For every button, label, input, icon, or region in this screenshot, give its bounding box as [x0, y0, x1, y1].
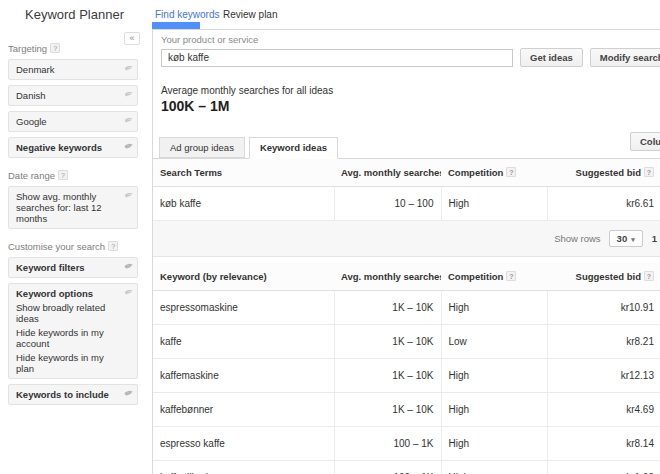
keyword-filters-card[interactable]: Keyword filters ✎	[8, 257, 138, 278]
avg-searches-cell: 1K – 10K	[334, 393, 441, 427]
help-icon[interactable]: ?	[50, 43, 60, 53]
keyword-filters-label: Keyword filters	[16, 262, 85, 273]
avg-searches-label: Average monthly searches for all ideas	[161, 85, 660, 96]
pagination-info: 1	[652, 233, 657, 244]
col-header-competition: Competition?	[441, 159, 547, 187]
help-icon[interactable]: ?	[58, 170, 68, 180]
edit-pencil-icon[interactable]: ✎	[123, 140, 135, 151]
keyword-option-item: Show broadly related ideas	[16, 302, 121, 324]
competition-cell: High	[441, 291, 547, 325]
targeting-language-card[interactable]: Danish ✎	[8, 85, 138, 106]
edit-pencil-icon[interactable]: ✎	[123, 88, 135, 99]
keyword-option-item: Hide keywords in my plan	[16, 352, 121, 374]
help-icon[interactable]: ?	[108, 241, 118, 251]
edit-pencil-icon[interactable]: ✎	[123, 286, 135, 297]
date-range-label-text: Date range	[8, 170, 55, 181]
avg-searches-cell: 1K – 10K	[334, 359, 441, 393]
edit-pencil-icon[interactable]: ✎	[123, 189, 135, 200]
suggested-bid-cell: kr4.69	[547, 393, 660, 427]
competition-cell: High	[441, 393, 547, 427]
suggested-bid-cell: kr12.13	[547, 359, 660, 393]
edit-pencil-icon[interactable]: ✎	[123, 260, 135, 271]
tab-keyword-ideas[interactable]: Keyword ideas	[249, 137, 338, 159]
keyword-option-item: Hide keywords in my account	[16, 327, 121, 349]
modify-search-button[interactable]: Modify search	[590, 48, 660, 67]
help-icon[interactable]: ?	[506, 271, 516, 281]
search-row: Get ideas Modify search	[161, 48, 660, 67]
keyword-cell: kaffebønner	[153, 393, 334, 427]
edit-pencil-icon[interactable]: ✎	[123, 114, 135, 125]
help-icon[interactable]: ?	[644, 167, 654, 177]
negative-keywords-card[interactable]: Negative keywords ✎	[8, 137, 138, 158]
targeting-language-value: Danish	[16, 90, 46, 101]
col-header-competition: Competition?	[441, 263, 547, 291]
avg-searches-cell: 1K – 10K	[334, 291, 441, 325]
table-row: køb kaffe10 – 100Highkr6.61	[153, 187, 660, 221]
avg-searches-cell: 10 – 100	[334, 187, 441, 221]
suggested-bid-cell: kr8.21	[547, 325, 660, 359]
help-icon[interactable]: ?	[506, 167, 516, 177]
targeting-network-value: Google	[16, 116, 47, 127]
help-icon[interactable]: ?	[644, 271, 654, 281]
idea-tabs-strip: Ad group ideas Keyword ideas Columns	[153, 128, 660, 159]
targeting-location-card[interactable]: Denmark ✎	[8, 59, 138, 80]
tab-find-keywords[interactable]: Find keywords	[155, 9, 219, 20]
targeting-network-card[interactable]: Google ✎	[8, 111, 138, 132]
sidebar: « Targeting? Denmark ✎ Danish ✎ Google ✎…	[0, 29, 152, 474]
app-title: Keyword Planner	[25, 7, 124, 22]
col-header-text: Competition	[448, 167, 503, 178]
competition-cell: Low	[441, 325, 547, 359]
suggested-bid-cell: kr1.69	[547, 461, 660, 474]
col-header-suggested-bid: Suggested bid?	[547, 263, 660, 291]
customise-label-text: Customise your search	[8, 241, 105, 252]
date-range-section-label: Date range?	[8, 170, 138, 181]
show-rows-dropdown[interactable]: 30▾	[609, 230, 643, 247]
keyword-cell: espresso kaffe	[153, 427, 334, 461]
tab-ad-group-ideas[interactable]: Ad group ideas	[159, 137, 245, 158]
edit-pencil-icon[interactable]: ✎	[123, 62, 135, 73]
edit-pencil-icon[interactable]: ✎	[123, 387, 135, 398]
targeting-label-text: Targeting	[8, 43, 47, 54]
date-range-card[interactable]: Show avg. monthly searches for: last 12 …	[8, 186, 138, 229]
keyword-options-card[interactable]: Keyword options Show broadly related ide…	[8, 283, 138, 379]
tab-review-plan[interactable]: Review plan	[223, 9, 277, 20]
suggested-bid-cell: kr10.91	[547, 291, 660, 325]
col-header-text: Suggested bid	[576, 271, 641, 282]
keyword-options-title: Keyword options	[16, 288, 121, 299]
avg-searches-cell: 100 – 1K	[334, 461, 441, 474]
product-service-label: Your product or service	[161, 34, 660, 45]
table-row: kaffemaskine1K – 10KHighkr12.13	[153, 359, 660, 393]
customise-section-label: Customise your search?	[8, 241, 138, 252]
col-header-text: Avg. monthly searches	[341, 271, 441, 282]
pagination-bar: Show rows 30▾ 1	[153, 221, 660, 257]
negative-keywords-label: Negative keywords	[16, 142, 102, 153]
col-header-text: Search Terms	[160, 167, 222, 178]
targeting-section-label: Targeting?	[8, 43, 138, 54]
avg-searches-cell: 100 – 1K	[334, 427, 441, 461]
avg-searches-cell: 1K – 10K	[334, 325, 441, 359]
keywords-to-include-card[interactable]: Keywords to include ✎	[8, 384, 138, 405]
chevron-down-icon: ▾	[631, 236, 635, 243]
table-header-row: Search Terms Avg. monthly searches? Comp…	[153, 159, 660, 187]
show-rows-value: 30	[617, 233, 628, 244]
keyword-cell: espressomaskine	[153, 291, 334, 325]
columns-button[interactable]: Columns	[630, 132, 660, 151]
active-tab-indicator	[152, 22, 200, 29]
date-range-value: Show avg. monthly searches for: last 12 …	[16, 191, 102, 224]
table-row: espresso kaffe100 – 1KHighkr8.14	[153, 427, 660, 461]
col-header-avg-searches: Avg. monthly searches?	[334, 263, 441, 291]
search-input[interactable]	[161, 49, 513, 67]
competition-cell: High	[441, 427, 547, 461]
table-row: kaffe tilbud100 – 1KHighkr1.69	[153, 461, 660, 474]
main-panel: Your product or service Get ideas Modify…	[152, 29, 660, 474]
get-ideas-button[interactable]: Get ideas	[520, 48, 583, 67]
keyword-cell: kaffemaskine	[153, 359, 334, 393]
keyword-cell: kaffe	[153, 325, 334, 359]
collapse-sidebar-icon[interactable]: «	[124, 32, 140, 45]
targeting-location-value: Denmark	[16, 64, 55, 75]
col-header-text: Suggested bid	[576, 167, 641, 178]
col-header-text: Keyword (by relevance)	[160, 271, 267, 282]
keyword-cell: køb kaffe	[153, 187, 334, 221]
col-header-keyword-relevance: Keyword (by relevance)	[153, 263, 334, 291]
keywords-to-include-label: Keywords to include	[16, 389, 109, 400]
